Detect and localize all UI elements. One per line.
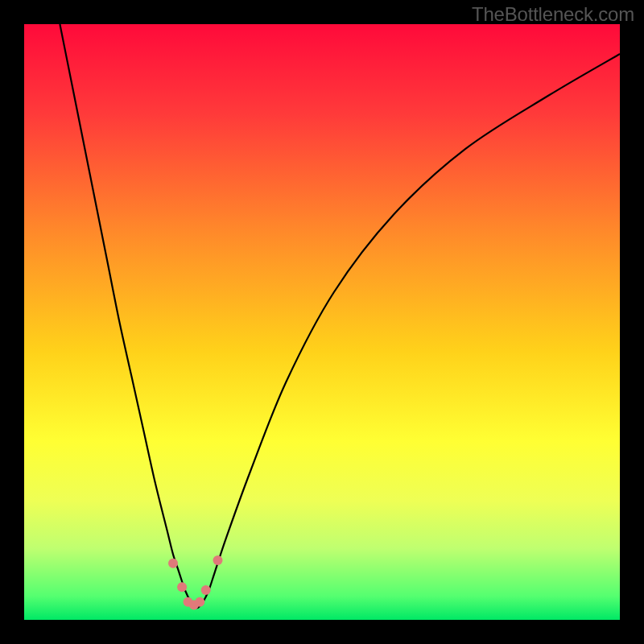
marker-point <box>213 555 223 565</box>
marker-point <box>177 582 187 592</box>
marker-point <box>201 585 211 595</box>
chart-svg <box>24 24 620 620</box>
watermark-text: TheBottleneck.com <box>472 3 634 26</box>
chart-frame: TheBottleneck.com <box>0 0 644 644</box>
plot-area <box>24 24 620 620</box>
gradient-background <box>24 24 620 620</box>
marker-point <box>195 597 204 607</box>
marker-point <box>168 559 178 568</box>
